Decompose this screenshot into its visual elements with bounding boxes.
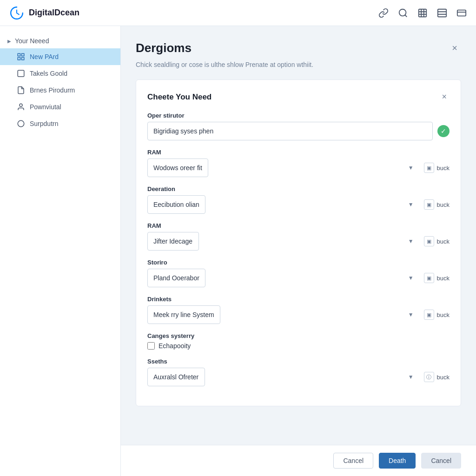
badge-ram-2: ▣ buck xyxy=(424,236,450,246)
link-icon[interactable] xyxy=(378,8,389,18)
form-group-ram-1: RAM Wodows oreer fit ▼ ▣ buck xyxy=(147,149,450,177)
label-drinkets: Drinkets xyxy=(147,296,450,303)
sidebar-item-brnes-pirodurm[interactable]: Brnes Pirodurm xyxy=(0,82,120,99)
select-storiro[interactable]: Pland Ooerabor xyxy=(147,269,205,287)
select-sseths[interactable]: Auxralsl Ofreter xyxy=(147,368,205,386)
form-group-drinkets: Drinkets Meek rry line System ▼ ▣ buck xyxy=(147,296,450,324)
square-icon-5: ▣ xyxy=(424,310,434,320)
sidebar-label-surpdutrn: Surpdutrn xyxy=(30,120,58,127)
badge-label-sseths: buck xyxy=(437,374,450,381)
badge-deeration: ▣ buck xyxy=(424,199,450,210)
svg-rect-4 xyxy=(18,53,20,56)
file-icon xyxy=(17,86,25,94)
form-group-canges-systerry: Canges systerry Echapooity xyxy=(147,332,450,350)
label-ram-2: RAM xyxy=(147,222,450,229)
label-canges-systerry: Canges systerry xyxy=(147,332,450,339)
credit-card-icon[interactable] xyxy=(456,8,467,18)
badge-label-drinkets: buck xyxy=(437,311,450,318)
badge-storiro: ▣ buck xyxy=(424,273,450,283)
select-container-ram-1: Wodows oreer fit ▼ xyxy=(147,159,419,177)
sidebar-group-label: Your Neeed xyxy=(15,37,49,45)
select-wrap-sseths: Auxralsl Ofreter ▼ ⓘ buck xyxy=(147,368,450,386)
checkbox-echapooity[interactable] xyxy=(147,342,155,350)
select-wrap-storiro: Pland Ooerabor ▼ ▣ buck xyxy=(147,269,450,287)
form-group-ram-2: RAM Jifter Idecage ▼ ▣ buck xyxy=(147,222,450,251)
sidebar-item-new-pard[interactable]: New PArd xyxy=(0,48,120,65)
form-group-oper-stirutor: Oper stirutor ✓ xyxy=(147,112,450,140)
label-storiro: Storiro xyxy=(147,259,450,266)
table-icon[interactable] xyxy=(417,8,428,18)
select-container-storiro: Pland Ooerabor ▼ xyxy=(147,269,419,287)
sidebar-item-takels-goold[interactable]: Takels Goold xyxy=(0,65,120,82)
sidebar-label-takels-goold: Takels Goold xyxy=(30,70,67,77)
death-button[interactable]: Death xyxy=(379,453,416,469)
sidebar-label-new-pard: New PArd xyxy=(30,53,59,60)
chevron-down-icon-drinkets: ▼ xyxy=(408,311,414,318)
svg-rect-3 xyxy=(457,10,466,16)
select-wrap-drinkets: Meek rry line System ▼ ▣ buck xyxy=(147,305,450,324)
svg-point-9 xyxy=(20,104,22,106)
select-ram-1[interactable]: Wodows oreer fit xyxy=(147,159,208,177)
logo-icon xyxy=(9,6,24,20)
search-icon[interactable] xyxy=(398,8,408,18)
label-deeration: Deeration xyxy=(147,185,450,192)
square-icon-3: ▣ xyxy=(424,236,434,246)
svg-rect-2 xyxy=(438,9,446,17)
svg-rect-6 xyxy=(18,58,20,60)
box-icon xyxy=(17,69,25,78)
sidebar-label-brnes-pirodurm: Brnes Pirodurm xyxy=(30,86,75,94)
sidebar: ▶ Your Neeed New PArd Takels Goold Brnes… xyxy=(0,26,121,476)
badge-drinkets: ▣ buck xyxy=(424,310,450,320)
page-header: Dergioms × xyxy=(136,41,461,55)
select-ram-2[interactable]: Jifter Idecage xyxy=(147,232,199,251)
select-container-ram-2: Jifter Idecage ▼ xyxy=(147,232,419,251)
badge-label-ram-1: buck xyxy=(437,165,450,172)
sidebar-item-surpdutrn[interactable]: Surpdutrn xyxy=(0,115,120,132)
svg-rect-1 xyxy=(419,9,427,17)
select-wrap-ram-1: Wodows oreer fit ▼ ▣ buck xyxy=(147,159,450,177)
select-drinkets[interactable]: Meek rry line System xyxy=(147,305,220,324)
user-icon xyxy=(17,103,25,111)
svg-point-10 xyxy=(18,120,24,127)
badge-label-deeration: buck xyxy=(437,201,450,208)
sidebar-group-header[interactable]: ▶ Your Neeed xyxy=(0,33,120,48)
label-ram-1: RAM xyxy=(147,149,450,156)
cancel-button-left[interactable]: Cancel xyxy=(333,453,373,469)
close-page-button[interactable]: × xyxy=(448,41,461,55)
topnav-right xyxy=(378,8,467,18)
page-subtitle: Chick sealdling or cose is ulthe shlow P… xyxy=(136,61,461,68)
badge-ram-1: ▣ buck xyxy=(424,163,450,173)
svg-point-0 xyxy=(399,9,406,16)
main-layout: ▶ Your Neeed New PArd Takels Goold Brnes… xyxy=(0,26,476,476)
label-sseths: Sseths xyxy=(147,358,450,365)
label-oper-stirutor: Oper stirutor xyxy=(147,112,450,119)
chevron-down-icon-deeration: ▼ xyxy=(408,201,414,208)
badge-label-storiro: buck xyxy=(437,275,450,282)
select-deeration[interactable]: Eecibution olian xyxy=(147,195,205,214)
content-area: Dergioms × Chick sealdling or cose is ul… xyxy=(121,26,476,476)
select-container-sseths: Auxralsl Ofreter ▼ xyxy=(147,368,419,386)
circle-icon xyxy=(17,119,25,128)
modal-card: Cheete You Need × Oper stirutor ✓ RAM Wo… xyxy=(136,79,461,406)
chevron-down-icon-ram-1: ▼ xyxy=(408,165,414,171)
svg-rect-8 xyxy=(18,70,24,77)
badge-label-ram-2: buck xyxy=(437,238,450,245)
square-icon-6: ⓘ xyxy=(424,372,434,382)
page-title: Dergioms xyxy=(136,41,192,55)
select-container-drinkets: Meek rry line System ▼ xyxy=(147,305,419,324)
form-group-storiro: Storiro Pland Ooerabor ▼ ▣ buck xyxy=(147,259,450,287)
checkbox-label-echapooity: Echapooity xyxy=(159,342,191,350)
valid-check-icon: ✓ xyxy=(437,125,450,137)
grid-icon xyxy=(17,53,25,61)
filter-icon[interactable] xyxy=(437,8,447,18)
svg-rect-5 xyxy=(22,53,24,56)
sidebar-item-pownviutal[interactable]: Pownviutal xyxy=(0,99,120,115)
square-icon-4: ▣ xyxy=(424,273,434,283)
input-oper-stirutor[interactable] xyxy=(147,122,433,140)
select-wrap-ram-2: Jifter Idecage ▼ ▣ buck xyxy=(147,232,450,251)
input-wrap-oper-stirutor: ✓ xyxy=(147,122,450,140)
cancel-button-right[interactable]: Cancel xyxy=(421,453,461,469)
chevron-down-icon-ram-2: ▼ xyxy=(408,238,414,245)
modal-close-button[interactable]: × xyxy=(439,91,450,103)
modal-card-title: Cheete You Need xyxy=(147,93,212,102)
